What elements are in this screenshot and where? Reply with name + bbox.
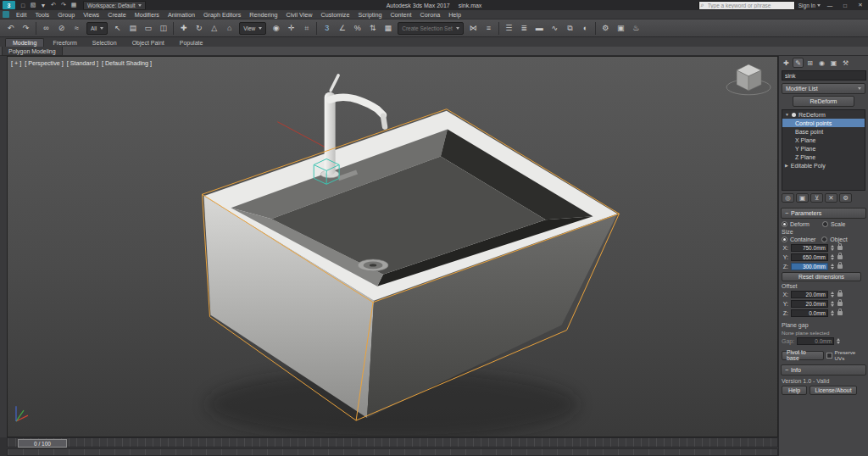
viewport-pov-menu[interactable]: [ Perspective ] [25,59,64,67]
offset-z-spinner[interactable] [831,310,834,316]
stack-item-editable-poly[interactable]: ▶ Editable Poly [782,161,865,170]
tab-create[interactable]: ✚ [781,58,792,68]
size-y-field[interactable]: 650.0mm [791,253,828,261]
stack-item-z-plane[interactable]: Z Plane [782,153,865,161]
ribbon-tab-modeling[interactable]: Modeling [5,38,44,47]
ribbon-panel-polygon-modeling[interactable]: Polygon Modeling [2,47,63,56]
size-x-field[interactable]: 750.0mm [791,244,828,252]
toggle-ribbon-button[interactable]: ▬ [532,21,547,36]
rollout-info-header[interactable]: − Info [781,364,866,375]
minimize-button[interactable]: — [824,1,836,9]
menu-create[interactable]: Create [103,11,131,19]
help-button[interactable]: Help [782,386,807,395]
select-and-link-button[interactable]: ∞ [39,21,53,36]
schematic-view-button[interactable]: ⧉ [563,21,577,36]
stack-item-control-points[interactable]: Control points [782,119,865,127]
stack-item-y-plane[interactable]: Y Plane [782,144,865,153]
lock-icon[interactable] [837,311,843,315]
close-button[interactable]: ✕ [854,1,866,9]
menu-help[interactable]: Help [444,11,465,19]
render-production-button[interactable]: ♨ [629,21,643,36]
signin-menu[interactable]: Sign In [798,3,821,8]
open-file-button[interactable]: ▧ [28,1,38,9]
menu-customize[interactable]: Customize [316,11,353,19]
new-scene-button[interactable]: □ [18,1,28,9]
size-z-spinner[interactable] [831,264,834,270]
object-radio[interactable] [821,236,827,242]
redo-button[interactable]: ↷ [19,21,33,36]
render-setup-button[interactable]: ⚙ [598,21,613,36]
configure-modifier-sets-button[interactable]: ⚙ [839,193,852,203]
rendered-frame-window-button[interactable]: ▣ [614,21,628,36]
offset-z-field[interactable]: 0.0mm [791,309,828,317]
menu-group[interactable]: Group [53,11,79,19]
rectangular-selection-region-button[interactable]: ▭ [141,21,155,36]
offset-x-field[interactable]: 20.0mm [791,291,828,298]
save-file-button[interactable]: ▼ [38,1,48,9]
project-folder-button[interactable]: ▦ [69,1,79,9]
expand-icon[interactable]: ▼ [785,112,789,117]
select-and-rotate-button[interactable]: ↻ [192,21,206,36]
toggle-layer-explorer-button[interactable]: ≣ [517,21,531,36]
menu-content[interactable]: Content [386,11,415,19]
use-pivot-point-center-button[interactable]: ◉ [269,21,283,36]
menu-animation[interactable]: Animation [164,11,199,19]
mirror-button[interactable]: ⋈ [466,21,481,36]
size-x-spinner[interactable] [831,245,834,251]
stack-item-x-plane[interactable]: X Plane [782,136,865,144]
align-button[interactable]: ≡ [481,21,496,36]
search-box[interactable]: ⌕ [698,1,795,10]
curve-editor-button[interactable]: ∿ [548,21,562,36]
viewcube[interactable] [726,64,771,95]
edit-named-selection-sets-button[interactable]: ▦ [381,21,395,36]
offset-y-spinner[interactable] [831,301,834,307]
menu-rendering[interactable]: Rendering [245,11,281,19]
tab-motion[interactable]: ◉ [816,58,827,68]
tab-modify[interactable]: ✎ [793,58,804,68]
license-about-button[interactable]: License/About [810,386,857,395]
reset-dimensions-button[interactable]: Reset dimensions [782,272,861,281]
modifier-visibility-icon[interactable] [792,113,796,117]
redo-quick-button[interactable]: ↷ [58,1,69,9]
viewport-general-menu[interactable]: [ + ] [11,59,21,67]
reference-coordinate-dropdown[interactable]: View [239,22,266,35]
pin-stack-button[interactable]: ◎ [782,193,794,203]
menu-scripting[interactable]: Scripting [353,11,386,19]
material-editor-button[interactable]: ◐ [578,21,593,36]
preserve-uvs-checkbox[interactable] [826,353,832,359]
viewport-standard-menu[interactable]: [ Standard ] [67,59,98,67]
lock-icon[interactable] [837,292,843,297]
time-slider[interactable]: 0 / 100 [18,439,67,448]
workspace-dropdown[interactable]: Workspace: Default [83,1,146,10]
undo-button[interactable]: ↶ [3,21,18,36]
gap-spinner[interactable] [837,338,840,344]
track-bar[interactable] [7,448,778,456]
offset-y-field[interactable]: 20.0mm [791,300,828,308]
tab-utilities[interactable]: ⚒ [840,58,851,68]
ribbon-tab-populate[interactable]: Populate [173,39,210,47]
ribbon-tab-freeform[interactable]: Freeform [46,39,83,47]
tab-display[interactable]: ▣ [828,58,839,68]
unlink-selection-button[interactable]: ⊘ [54,21,69,36]
object-name-field[interactable] [782,70,866,81]
select-and-place-button[interactable]: ⌂ [222,21,236,36]
menu-edit[interactable]: Edit [12,11,31,19]
size-z-field[interactable]: 300.0mm [791,263,828,270]
pivot-to-base-button[interactable]: Pivot to base [782,351,824,360]
menu-tools[interactable]: Tools [31,11,53,19]
remove-modifier-button[interactable]: ✕ [825,193,837,203]
gap-field[interactable]: 0.0mm [797,337,834,345]
select-and-move-button[interactable]: ✚ [176,21,191,36]
viewport-shading-menu[interactable]: [ Default Shading ] [102,59,152,67]
select-object-button[interactable]: ↖ [110,21,125,36]
tab-hierarchy[interactable]: ⊞ [804,58,815,68]
make-unique-button[interactable]: ⊻ [810,193,823,203]
deform-radio[interactable] [782,221,787,227]
max-icon[interactable] [3,11,9,18]
angle-snap-toggle-button[interactable]: ∠ [335,21,349,36]
collapse-icon[interactable]: ▶ [785,163,788,168]
percent-snap-toggle-button[interactable]: % [350,21,364,36]
lock-icon[interactable] [837,255,843,259]
scale-radio[interactable] [822,221,828,227]
named-selection-set-dropdown[interactable]: Create Selection Set [398,22,464,35]
